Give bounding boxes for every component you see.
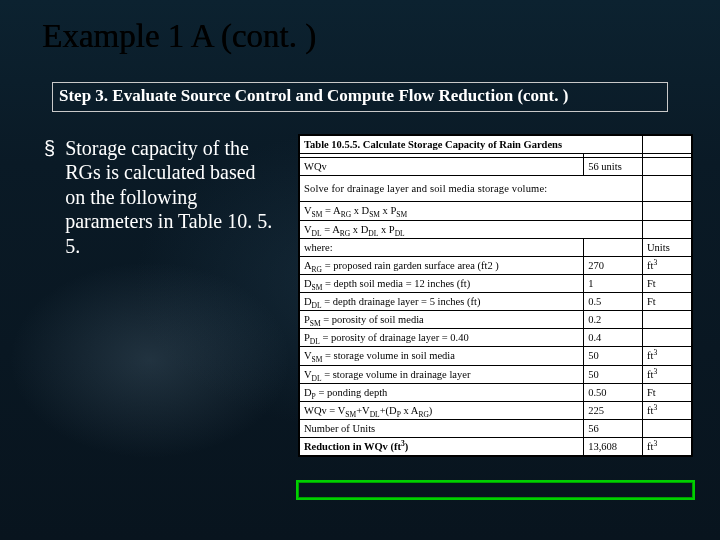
bullet-item: § Storage capacity of the RGs is calcula… (44, 136, 280, 258)
param-desc: WQv = VSM+VDL+(DP x ARG) (300, 401, 584, 419)
param-unit (642, 311, 691, 329)
table-row: DP = ponding depth 0.50 Ft (300, 383, 692, 401)
table-row: VSM = storage volume in soil media 50 ft… (300, 347, 692, 365)
param-val: 50 (584, 347, 643, 365)
table-row: VSM = ARG x DSM x PSM (300, 202, 692, 220)
wqv-label: WQv (300, 158, 584, 176)
table-row: VDL = storage volume in drainage layer 5… (300, 365, 692, 383)
table-row: WQv = VSM+VDL+(DP x ARG) 225 ft3 (300, 401, 692, 419)
reduction-unit: ft3 (642, 438, 691, 456)
param-unit (642, 419, 691, 437)
parameters-table: Table 10.5.5. Calculate Storage Capacity… (298, 134, 693, 457)
param-unit: ft3 (642, 401, 691, 419)
table-row: WQv 56 units (300, 158, 692, 176)
eq-vdl: VDL = ARG x DDL x PDL (300, 220, 643, 238)
table-caption-row: Table 10.5.5. Calculate Storage Capacity… (300, 136, 692, 154)
where-label: where: (300, 238, 584, 256)
param-val: 1 (584, 274, 643, 292)
reduction-val: 13,608 (584, 438, 643, 456)
table-row: Solve for drainage layer and soil media … (300, 176, 692, 202)
param-desc: Number of Units (300, 419, 584, 437)
page-title: Example 1 A (cont. ) (42, 18, 316, 55)
highlight-row: Reduction in WQv (ft3) 13,608 ft3 (300, 438, 692, 456)
table-row: DSM = depth soil media = 12 inches (ft) … (300, 274, 692, 292)
param-desc: PSM = porosity of soil media (300, 311, 584, 329)
table-row: PDL = porosity of drainage layer = 0.40 … (300, 329, 692, 347)
param-unit: ft3 (642, 256, 691, 274)
param-unit: Ft (642, 383, 691, 401)
subtitle-box: Step 3. Evaluate Source Control and Comp… (52, 82, 668, 112)
table-row: PSM = porosity of soil media 0.2 (300, 311, 692, 329)
param-val: 0.50 (584, 383, 643, 401)
param-desc: DDL = depth drainage layer = 5 inches (f… (300, 293, 584, 311)
param-unit: ft3 (642, 365, 691, 383)
param-desc: VDL = storage volume in drainage layer (300, 365, 584, 383)
param-desc: ARG = proposed rain garden surface area … (300, 256, 584, 274)
table-caption: Table 10.5.5. Calculate Storage Capacity… (300, 136, 643, 154)
wqv-value: 56 units (584, 158, 643, 176)
bullet-marker: § (44, 136, 55, 258)
table-row: DDL = depth drainage layer = 5 inches (f… (300, 293, 692, 311)
subtitle-text: Step 3. Evaluate Source Control and Comp… (59, 86, 661, 106)
units-label: Units (642, 238, 691, 256)
param-unit: ft3 (642, 347, 691, 365)
param-val: 0.4 (584, 329, 643, 347)
slide: Example 1 A (cont. ) Step 3. Evaluate So… (0, 0, 720, 540)
reduction-label: Reduction in WQv (ft3) (300, 438, 584, 456)
table-row: Number of Units 56 (300, 419, 692, 437)
table-row: where: Units (300, 238, 692, 256)
param-unit: Ft (642, 293, 691, 311)
param-val: 0.5 (584, 293, 643, 311)
param-unit (642, 329, 691, 347)
param-val: 225 (584, 401, 643, 419)
table-row: VDL = ARG x DDL x PDL (300, 220, 692, 238)
table-row: ARG = proposed rain garden surface area … (300, 256, 692, 274)
bullet-text: Storage capacity of the RGs is calculate… (65, 136, 280, 258)
param-desc: DP = ponding depth (300, 383, 584, 401)
param-desc: PDL = porosity of drainage layer = 0.40 (300, 329, 584, 347)
param-val: 0.2 (584, 311, 643, 329)
solve-text: Solve for drainage layer and soil media … (300, 176, 643, 202)
param-desc: DSM = depth soil media = 12 inches (ft) (300, 274, 584, 292)
eq-vsm: VSM = ARG x DSM x PSM (300, 202, 643, 220)
param-val: 56 (584, 419, 643, 437)
param-desc: VSM = storage volume in soil media (300, 347, 584, 365)
param-unit: Ft (642, 274, 691, 292)
param-val: 270 (584, 256, 643, 274)
param-val: 50 (584, 365, 643, 383)
highlight-outline (296, 480, 695, 500)
